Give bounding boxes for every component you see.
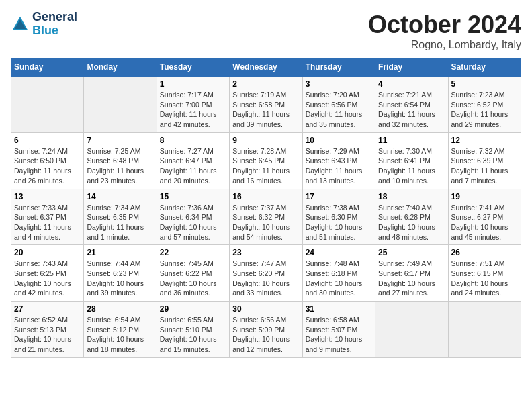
calendar-day-cell [448, 302, 521, 358]
weekday-header-cell: Saturday [448, 58, 521, 77]
logo-text: General Blue [32, 11, 77, 38]
weekday-header: SundayMondayTuesdayWednesdayThursdayFrid… [11, 58, 521, 77]
day-info: Sunrise: 7:34 AMSunset: 6:35 PMDaylight:… [87, 203, 153, 242]
calendar-day-cell: 31Sunrise: 6:58 AMSunset: 5:07 PMDayligh… [302, 302, 375, 358]
calendar-day-cell: 2Sunrise: 7:19 AMSunset: 6:58 PMDaylight… [230, 77, 302, 133]
day-number: 25 [378, 248, 445, 257]
day-info: Sunrise: 7:21 AMSunset: 6:54 PMDaylight:… [378, 90, 445, 130]
calendar-day-cell: 6Sunrise: 7:24 AMSunset: 6:50 PMDaylight… [11, 132, 84, 189]
day-info: Sunrise: 7:36 AMSunset: 6:34 PMDaylight:… [160, 203, 226, 242]
day-number: 17 [306, 192, 372, 201]
calendar-day-cell [11, 77, 84, 133]
calendar-week-row: 27Sunrise: 6:52 AMSunset: 5:13 PMDayligh… [11, 302, 521, 358]
day-number: 22 [160, 248, 226, 257]
day-number: 24 [306, 248, 372, 257]
day-number: 5 [451, 79, 518, 89]
calendar-day-cell: 9Sunrise: 7:28 AMSunset: 6:45 PMDaylight… [230, 132, 302, 189]
day-number: 19 [451, 192, 518, 201]
calendar-day-cell: 17Sunrise: 7:38 AMSunset: 6:30 PMDayligh… [302, 189, 375, 245]
day-info: Sunrise: 6:58 AMSunset: 5:07 PMDaylight:… [306, 315, 372, 355]
calendar-day-cell: 18Sunrise: 7:40 AMSunset: 6:28 PMDayligh… [375, 189, 448, 245]
weekday-header-cell: Wednesday [230, 58, 302, 77]
calendar-day-cell: 8Sunrise: 7:27 AMSunset: 6:47 PMDaylight… [157, 132, 229, 189]
weekday-header-cell: Thursday [302, 58, 375, 77]
calendar-day-cell: 13Sunrise: 7:33 AMSunset: 6:37 PMDayligh… [11, 189, 84, 245]
calendar-day-cell: 5Sunrise: 7:23 AMSunset: 6:52 PMDaylight… [448, 77, 521, 133]
day-info: Sunrise: 7:45 AMSunset: 6:22 PMDaylight:… [160, 259, 226, 298]
day-info: Sunrise: 7:37 AMSunset: 6:32 PMDaylight:… [232, 203, 299, 242]
logo-icon [11, 15, 30, 34]
calendar-day-cell: 24Sunrise: 7:48 AMSunset: 6:18 PMDayligh… [302, 245, 375, 302]
day-info: Sunrise: 7:33 AMSunset: 6:37 PMDaylight:… [14, 203, 81, 242]
calendar-day-cell: 19Sunrise: 7:41 AMSunset: 6:27 PMDayligh… [448, 189, 521, 245]
day-info: Sunrise: 7:40 AMSunset: 6:28 PMDaylight:… [378, 203, 445, 242]
day-info: Sunrise: 6:56 AMSunset: 5:09 PMDaylight:… [232, 315, 299, 355]
header: General Blue October 2024 Rogno, Lombard… [11, 11, 521, 51]
calendar-week-row: 13Sunrise: 7:33 AMSunset: 6:37 PMDayligh… [11, 189, 521, 245]
day-number: 12 [451, 136, 518, 145]
calendar-day-cell: 15Sunrise: 7:36 AMSunset: 6:34 PMDayligh… [157, 189, 229, 245]
day-info: Sunrise: 7:51 AMSunset: 6:15 PMDaylight:… [451, 259, 518, 298]
calendar-day-cell [84, 77, 157, 133]
day-number: 8 [160, 136, 226, 145]
calendar-day-cell: 28Sunrise: 6:54 AMSunset: 5:12 PMDayligh… [84, 302, 157, 358]
title-area: October 2024 Rogno, Lombardy, Italy [368, 11, 521, 51]
calendar-body: 1Sunrise: 7:17 AMSunset: 7:00 PMDaylight… [11, 77, 521, 358]
calendar-day-cell: 1Sunrise: 7:17 AMSunset: 7:00 PMDaylight… [157, 77, 229, 133]
day-number: 7 [87, 136, 153, 145]
day-number: 29 [160, 304, 226, 314]
calendar-day-cell: 11Sunrise: 7:30 AMSunset: 6:41 PMDayligh… [375, 132, 448, 189]
calendar-day-cell: 12Sunrise: 7:32 AMSunset: 6:39 PMDayligh… [448, 132, 521, 189]
day-number: 2 [232, 79, 299, 89]
calendar-day-cell: 7Sunrise: 7:25 AMSunset: 6:48 PMDaylight… [84, 132, 157, 189]
calendar-day-cell: 26Sunrise: 7:51 AMSunset: 6:15 PMDayligh… [448, 245, 521, 302]
day-number: 30 [232, 304, 299, 314]
calendar-week-row: 1Sunrise: 7:17 AMSunset: 7:00 PMDaylight… [11, 77, 521, 133]
calendar-day-cell: 4Sunrise: 7:21 AMSunset: 6:54 PMDaylight… [375, 77, 448, 133]
calendar-day-cell: 21Sunrise: 7:44 AMSunset: 6:23 PMDayligh… [84, 245, 157, 302]
calendar-day-cell: 20Sunrise: 7:43 AMSunset: 6:25 PMDayligh… [11, 245, 84, 302]
calendar-day-cell: 16Sunrise: 7:37 AMSunset: 6:32 PMDayligh… [230, 189, 302, 245]
day-number: 11 [378, 136, 445, 145]
day-info: Sunrise: 7:29 AMSunset: 6:43 PMDaylight:… [306, 146, 372, 186]
day-info: Sunrise: 7:24 AMSunset: 6:50 PMDaylight:… [14, 146, 81, 186]
location-title: Rogno, Lombardy, Italy [368, 39, 521, 51]
day-info: Sunrise: 7:48 AMSunset: 6:18 PMDaylight:… [306, 259, 372, 298]
calendar-day-cell: 23Sunrise: 7:47 AMSunset: 6:20 PMDayligh… [230, 245, 302, 302]
day-info: Sunrise: 7:41 AMSunset: 6:27 PMDaylight:… [451, 203, 518, 242]
weekday-header-cell: Sunday [11, 58, 84, 77]
day-info: Sunrise: 7:20 AMSunset: 6:56 PMDaylight:… [306, 90, 372, 130]
calendar-week-row: 20Sunrise: 7:43 AMSunset: 6:25 PMDayligh… [11, 245, 521, 302]
day-info: Sunrise: 7:28 AMSunset: 6:45 PMDaylight:… [232, 146, 299, 186]
day-info: Sunrise: 6:54 AMSunset: 5:12 PMDaylight:… [87, 315, 153, 355]
day-number: 13 [14, 192, 81, 201]
day-info: Sunrise: 7:23 AMSunset: 6:52 PMDaylight:… [451, 90, 518, 130]
day-number: 20 [14, 248, 81, 257]
calendar-day-cell: 14Sunrise: 7:34 AMSunset: 6:35 PMDayligh… [84, 189, 157, 245]
calendar-day-cell: 29Sunrise: 6:55 AMSunset: 5:10 PMDayligh… [157, 302, 229, 358]
calendar-day-cell: 22Sunrise: 7:45 AMSunset: 6:22 PMDayligh… [157, 245, 229, 302]
day-info: Sunrise: 7:25 AMSunset: 6:48 PMDaylight:… [87, 146, 153, 186]
day-info: Sunrise: 6:52 AMSunset: 5:13 PMDaylight:… [14, 315, 81, 355]
day-number: 31 [306, 304, 372, 314]
day-info: Sunrise: 7:17 AMSunset: 7:00 PMDaylight:… [160, 90, 226, 130]
day-number: 21 [87, 248, 153, 257]
day-number: 1 [160, 79, 226, 89]
day-number: 4 [378, 79, 445, 89]
calendar-day-cell: 30Sunrise: 6:56 AMSunset: 5:09 PMDayligh… [230, 302, 302, 358]
day-info: Sunrise: 7:27 AMSunset: 6:47 PMDaylight:… [160, 146, 226, 186]
calendar-day-cell: 10Sunrise: 7:29 AMSunset: 6:43 PMDayligh… [302, 132, 375, 189]
day-info: Sunrise: 7:44 AMSunset: 6:23 PMDaylight:… [87, 259, 153, 298]
day-info: Sunrise: 7:30 AMSunset: 6:41 PMDaylight:… [378, 146, 445, 186]
day-number: 27 [14, 304, 81, 314]
calendar-day-cell: 3Sunrise: 7:20 AMSunset: 6:56 PMDaylight… [302, 77, 375, 133]
day-number: 28 [87, 304, 153, 314]
weekday-header-cell: Tuesday [157, 58, 229, 77]
day-number: 3 [306, 79, 372, 89]
day-number: 23 [232, 248, 299, 257]
month-title: October 2024 [368, 11, 521, 39]
day-number: 9 [232, 136, 299, 145]
day-info: Sunrise: 7:19 AMSunset: 6:58 PMDaylight:… [232, 90, 299, 130]
day-number: 18 [378, 192, 445, 201]
day-info: Sunrise: 7:49 AMSunset: 6:17 PMDaylight:… [378, 259, 445, 298]
